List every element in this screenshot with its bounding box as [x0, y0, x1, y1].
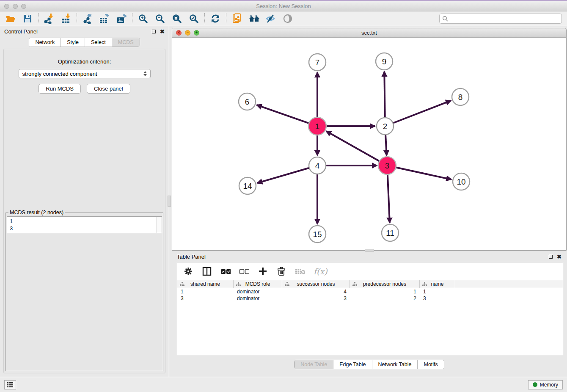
search-input[interactable] [439, 14, 562, 24]
app-title: Session: New Session [0, 3, 567, 9]
graph-node-11[interactable]: 11 [382, 224, 399, 241]
graph-node-1[interactable]: 1 [308, 117, 326, 135]
close-table-panel-icon[interactable]: ✖ [557, 254, 561, 259]
tab-mcds[interactable]: MCDS [112, 38, 140, 47]
close-panel-button[interactable]: Close panel [87, 84, 130, 94]
import-network-icon[interactable] [44, 13, 55, 24]
network-minimize-button[interactable]: − [185, 30, 190, 36]
zoom-fit-icon[interactable] [171, 13, 182, 24]
delete-column-icon[interactable] [276, 266, 286, 276]
graph-node-15[interactable]: 15 [309, 226, 326, 243]
node-table-container: f(x) shared nameMCDS rolesuccessor nodes… [177, 262, 563, 355]
cell-name[interactable]: 1 [420, 288, 455, 295]
import-table-icon[interactable] [61, 13, 72, 24]
gear-icon[interactable] [183, 266, 193, 276]
cell-shared-name[interactable]: 1 [177, 288, 234, 295]
edge-4-14[interactable] [257, 168, 310, 183]
cell-successor-nodes[interactable]: 3 [282, 295, 350, 302]
float-table-panel-icon[interactable] [549, 255, 553, 259]
refresh-layout-icon[interactable] [210, 13, 221, 24]
network-window-titlebar[interactable]: ✕ − + scc.txt [172, 28, 566, 38]
edge-1-6[interactable] [257, 105, 310, 124]
svg-text:4: 4 [315, 161, 320, 170]
run-mcds-button[interactable]: Run MCDS [39, 84, 81, 94]
cell-successor-nodes[interactable]: 4 [282, 288, 350, 295]
tab-node-table[interactable]: Node Table [295, 360, 333, 369]
column-header-MCDS-role[interactable]: MCDS role [234, 280, 282, 288]
graph-node-3[interactable]: 3 [378, 157, 396, 174]
column-header-predecessor-nodes[interactable]: predecessor nodes [350, 280, 420, 288]
table-panel-header: Table Panel ✖ [172, 251, 567, 262]
network-canvas[interactable]: 7968124314101511 [172, 38, 566, 250]
main-toolbar [0, 11, 567, 26]
table-toolbar: f(x) [177, 262, 563, 280]
table-header-row[interactable]: shared nameMCDS rolesuccessor nodesprede… [177, 280, 563, 288]
cell-predecessor-nodes[interactable]: 1 [350, 288, 420, 295]
zoom-in-icon[interactable] [138, 13, 149, 24]
horizontal-splitter-handle[interactable] [365, 249, 374, 252]
deselect-all-columns-icon[interactable] [239, 266, 249, 276]
cell-MCDS-role[interactable]: dominator [234, 288, 282, 295]
tab-edge-table[interactable]: Edge Table [333, 360, 372, 369]
export-image-icon[interactable] [116, 13, 127, 24]
export-table-icon[interactable] [99, 13, 110, 24]
zoom-out-icon[interactable] [154, 13, 165, 24]
graph-node-8[interactable]: 8 [452, 88, 469, 105]
search-icon [442, 16, 448, 22]
tab-network-table[interactable]: Network Table [372, 360, 418, 369]
memory-button[interactable]: Memory [528, 380, 563, 389]
tab-style[interactable]: Style [61, 38, 85, 47]
result-scrollbar[interactable] [156, 217, 162, 233]
zoom-selected-icon[interactable] [188, 13, 199, 24]
tab-select[interactable]: Select [85, 38, 112, 47]
cell-shared-name[interactable]: 3 [177, 295, 234, 302]
table-row[interactable]: 3dominator323 [177, 295, 563, 302]
float-panel-icon[interactable] [152, 30, 156, 33]
cell-name[interactable]: 3 [420, 295, 455, 302]
edge-2-3[interactable] [385, 134, 387, 155]
cell-predecessor-nodes[interactable]: 2 [350, 295, 420, 302]
search-text-input[interactable] [450, 16, 559, 22]
clone-network-icon[interactable] [231, 13, 242, 24]
graph-node-6[interactable]: 6 [239, 93, 256, 110]
edge-3-10[interactable] [395, 167, 451, 179]
network-window: ✕ − + scc.txt 7968124314101511 [172, 28, 567, 251]
save-session-icon[interactable] [22, 13, 33, 24]
graph-node-4[interactable]: 4 [309, 157, 326, 174]
first-neighbors-icon[interactable] [248, 13, 259, 24]
edge-2-8[interactable] [392, 101, 451, 124]
memory-label: Memory [540, 382, 558, 388]
show-panels-button[interactable] [4, 380, 16, 389]
graph-node-14[interactable]: 14 [239, 177, 256, 194]
select-all-columns-icon[interactable] [220, 266, 231, 276]
edge-3-11[interactable] [388, 173, 390, 223]
tab-network[interactable]: Network [29, 38, 61, 47]
graph-node-2[interactable]: 2 [377, 118, 394, 135]
network-close-button[interactable]: ✕ [176, 30, 182, 36]
graph-node-7[interactable]: 7 [309, 54, 326, 71]
tab-motifs[interactable]: Motifs [418, 360, 443, 369]
split-columns-icon[interactable] [202, 266, 212, 276]
column-header-name[interactable]: name [420, 280, 455, 288]
criterion-dropdown[interactable]: strongly connected component [19, 69, 151, 78]
network-maximize-button[interactable]: + [194, 30, 199, 36]
column-header-shared-name[interactable]: shared name [177, 280, 234, 288]
edge-3-1[interactable] [326, 131, 380, 162]
network-graph[interactable]: 7968124314101511 [172, 38, 566, 250]
add-column-icon[interactable] [258, 266, 268, 276]
show-hidden-icon[interactable] [282, 13, 293, 24]
table-row[interactable]: 1dominator411 [177, 288, 563, 295]
graph-node-10[interactable]: 10 [453, 173, 470, 190]
close-panel-icon[interactable]: ✖ [160, 29, 165, 34]
edge-2-9[interactable] [384, 72, 385, 119]
export-network-icon[interactable] [82, 13, 93, 24]
graph-node-9[interactable]: 9 [376, 53, 393, 70]
cell-MCDS-role[interactable]: dominator [234, 295, 282, 302]
hide-selected-icon[interactable] [265, 13, 276, 24]
status-bar: Memory [0, 377, 567, 392]
open-session-icon[interactable] [5, 13, 16, 24]
mcds-result-text: 1 3 [7, 217, 156, 233]
column-header-successor-nodes[interactable]: successor nodes [282, 280, 350, 288]
memory-status-icon [533, 382, 537, 387]
vertical-splitter-handle[interactable] [168, 196, 171, 207]
